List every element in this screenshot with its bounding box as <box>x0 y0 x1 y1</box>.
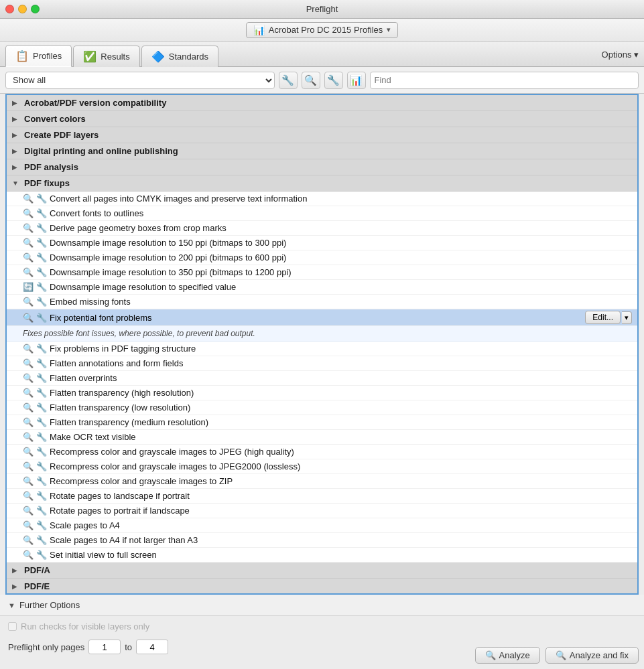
search-item-icon: 🔍 <box>23 388 34 398</box>
item-label: Set initial view to full screen <box>50 550 632 560</box>
wrench-item-icon: 🔧 <box>36 282 47 292</box>
category-label: PDF/A <box>24 565 50 575</box>
search-item-icon: 🔍 <box>23 267 34 277</box>
list-item[interactable]: 🔍 🔧 Downsample image resolution to 150 p… <box>7 236 637 250</box>
category-digital-printing[interactable]: ▶ Digital printing and online publishing <box>7 143 637 159</box>
traffic-lights <box>5 5 40 13</box>
search-item-icon: 🔍 <box>23 535 34 545</box>
item-label: Convert fonts to outlines <box>50 208 632 218</box>
further-options-arrow-icon: ▼ <box>8 601 15 609</box>
tab-profiles-label: Profiles <box>33 51 62 61</box>
category-label: Create PDF layers <box>24 130 99 140</box>
item-label: Flatten annotations and form fields <box>50 358 632 368</box>
list-item[interactable]: 🔍 🔧 Make OCR text visible <box>7 430 637 445</box>
list-item[interactable]: 🔍 🔧 Embed missing fonts <box>7 295 637 309</box>
item-label: Flatten overprints <box>50 373 632 383</box>
list-item[interactable]: 🔍 🔧 Convert all pages into CMYK images a… <box>7 192 637 206</box>
options-button[interactable]: Options ▾ <box>602 49 639 59</box>
list-item[interactable]: 🔍 🔧 Recompress color and grayscale image… <box>7 459 637 474</box>
search-button[interactable]: 🔍 <box>302 72 320 89</box>
list-item[interactable]: 🔍 🔧 Downsample image resolution to 350 p… <box>7 265 637 280</box>
search-item-icon: 🔍 <box>23 252 34 263</box>
wrench-item-icon: 🔧 <box>36 373 47 383</box>
profile-dropdown[interactable]: 📊 Acrobat Pro DC 2015 Profiles ▾ <box>246 22 399 38</box>
list-item[interactable]: 🔍 🔧 Rotate pages to landscape if portrai… <box>7 489 637 504</box>
tab-results[interactable]: ✅ Results <box>73 46 139 67</box>
wrench-item-icon: 🔧 <box>36 313 47 323</box>
pages-to-input[interactable] <box>136 640 168 654</box>
analyze-icon: 🔍 <box>485 650 496 660</box>
tab-bar: 📋 Profiles ✅ Results 🔷 Standards Options… <box>0 42 644 67</box>
analyze-button[interactable]: 🔍 Analyze <box>475 647 540 664</box>
list-item[interactable]: 🔍 🔧 Flatten transparency (medium resolut… <box>7 415 637 430</box>
search-item-icon: 🔍 <box>23 550 34 560</box>
wrench-item-icon: 🔧 <box>36 297 47 307</box>
list-item[interactable]: 🔍 🔧 Fix problems in PDF tagging structur… <box>7 342 637 356</box>
list-item[interactable]: 🔍 🔧 Convert fonts to outlines <box>7 206 637 221</box>
expand-arrow-icon: ▶ <box>12 583 20 591</box>
list-item[interactable]: 🔄 🔧 Downsample image resolution to speci… <box>7 280 637 295</box>
further-options-section[interactable]: ▼ Further Options <box>0 595 644 616</box>
list-item[interactable]: 🔍 🔧 Scale pages to A4 <box>7 518 637 533</box>
chart-button[interactable]: 📊 <box>347 72 366 89</box>
tab-profiles[interactable]: 📋 Profiles <box>5 45 72 67</box>
settings-button[interactable]: 🔧 <box>324 72 343 89</box>
list-item-selected[interactable]: 🔍 🔧 Fix potential font problems Edit... … <box>7 309 637 326</box>
category-pdf-a[interactable]: ▶ PDF/A <box>7 563 637 579</box>
wrench-item-icon: 🔧 <box>36 506 47 516</box>
item-label: Fix potential font problems <box>50 313 585 323</box>
list-item[interactable]: 🔍 🔧 Downsample image resolution to 200 p… <box>7 250 637 265</box>
list-item[interactable]: 🔍 🔧 Rotate pages to portrait if landscap… <box>7 504 637 518</box>
find-input[interactable] <box>370 72 639 89</box>
item-label: Fix problems in PDF tagging structure <box>50 344 632 354</box>
chevron-down-icon: ▾ <box>387 25 391 34</box>
list-item[interactable]: 🔍 🔧 Scale pages to A4 if not larger than… <box>7 533 637 548</box>
category-pdf-e[interactable]: ▶ PDF/E <box>7 579 637 595</box>
list-item[interactable]: 🔍 🔧 Set initial view to full screen <box>7 548 637 563</box>
analyze-label: Analyze <box>499 650 530 660</box>
chart-icon: 📊 <box>350 74 363 86</box>
list-item[interactable]: 🔍 🔧 Derive page geometry boxes from crop… <box>7 221 637 236</box>
category-label: Convert colors <box>24 114 86 124</box>
list-item[interactable]: 🔍 🔧 Recompress color and grayscale image… <box>7 474 637 489</box>
item-label: Recompress color and grayscale images to… <box>50 461 632 471</box>
search-item-icon: 🔍 <box>23 417 34 427</box>
run-checks-checkbox[interactable] <box>8 622 17 631</box>
profile-dropdown-text: Acrobat Pro DC 2015 Profiles <box>269 25 383 35</box>
wrench-item-icon: 🔧 <box>36 417 47 427</box>
search-icon: 🔍 <box>304 74 317 86</box>
list-item[interactable]: 🔍 🔧 Flatten transparency (low resolution… <box>7 400 637 415</box>
search-item-icon: 🔍 <box>23 506 34 516</box>
show-all-select[interactable]: Show all <box>5 72 275 89</box>
item-label: Recompress color and grayscale images to… <box>50 447 632 457</box>
search-item-icon: 🔍 <box>23 432 34 442</box>
tab-standards[interactable]: 🔷 Standards <box>141 46 218 67</box>
profiles-icon: 📋 <box>15 50 29 62</box>
list-item[interactable]: 🔍 🔧 Recompress color and grayscale image… <box>7 445 637 459</box>
list-item[interactable]: 🔍 🔧 Flatten transparency (high resolutio… <box>7 386 637 400</box>
edit-dropdown-arrow[interactable]: ▾ <box>622 311 632 324</box>
further-options-label: Further Options <box>19 600 80 610</box>
pages-from-input[interactable] <box>88 640 121 654</box>
category-acrobat-pdf[interactable]: ▶ Acrobat/PDF version compatibility <box>7 95 637 111</box>
analyze-fix-button[interactable]: 🔍 Analyze and fix <box>545 647 639 664</box>
search-item-icon: 🔍 <box>23 476 34 486</box>
run-checks-row: Run checks for visible layers only <box>0 616 644 637</box>
close-button[interactable] <box>5 5 14 13</box>
minimize-button[interactable] <box>18 5 27 13</box>
wrench-button[interactable]: 🔧 <box>279 72 298 89</box>
category-convert-colors[interactable]: ▶ Convert colors <box>7 111 637 127</box>
analyze-fix-icon: 🔍 <box>556 650 566 660</box>
list-item[interactable]: 🔍 🔧 Flatten overprints <box>7 371 637 386</box>
search-item-icon: 🔍 <box>23 373 34 383</box>
category-create-pdf-layers[interactable]: ▶ Create PDF layers <box>7 127 637 143</box>
maximize-button[interactable] <box>31 5 40 13</box>
toolbar: Show all 🔧 🔍 🔧 📊 <box>0 67 644 94</box>
wrench-item-icon: 🔧 <box>36 491 47 501</box>
list-item[interactable]: 🔍 🔧 Flatten annotations and form fields <box>7 356 637 371</box>
category-pdf-analysis[interactable]: ▶ PDF analysis <box>7 159 637 175</box>
edit-button[interactable]: Edit... <box>585 311 621 324</box>
settings-icon: 🔧 <box>327 74 340 86</box>
wrench-item-icon: 🔧 <box>36 208 47 218</box>
category-pdf-fixups[interactable]: ▼ PDF fixups <box>7 175 637 192</box>
